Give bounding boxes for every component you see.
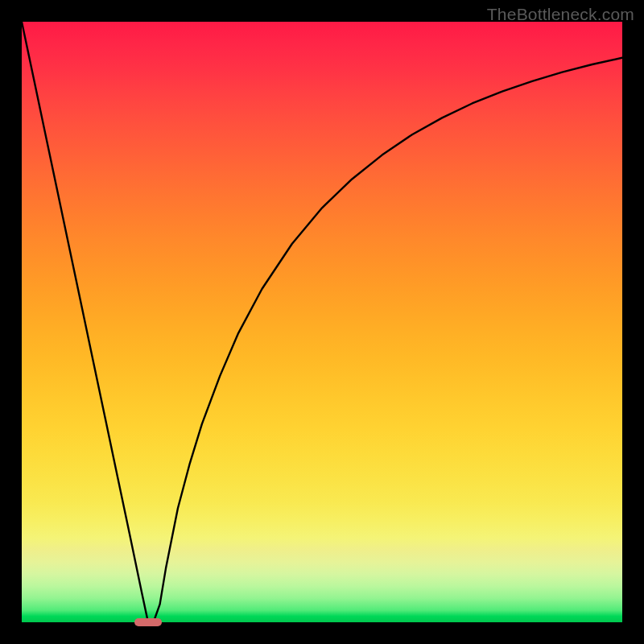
plot-area: [22, 22, 622, 622]
attribution-text: TheBottleneck.com: [487, 5, 634, 24]
chart-frame: TheBottleneck.com: [0, 0, 644, 644]
min-marker: [134, 618, 162, 626]
bottleneck-curve: [22, 22, 622, 622]
